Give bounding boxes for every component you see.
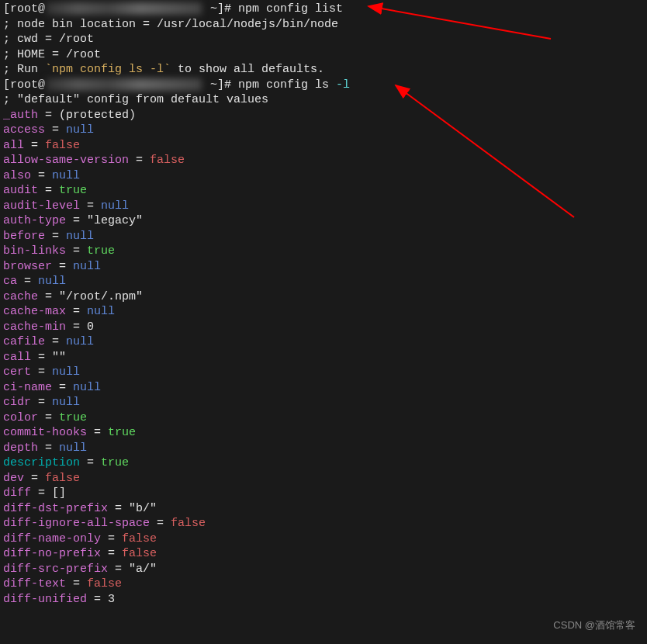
terminal-line-nodebin: ; node bin location = /usr/local/nodejs/… — [0, 17, 647, 33]
config-cache: cache = "/root/.npm" — [0, 289, 647, 305]
config-commit-hooks: commit-hooks = true — [0, 425, 647, 441]
config-cidr: cidr = null — [0, 395, 647, 410]
config-diff: diff = [] — [0, 486, 647, 501]
config-access: access = null — [0, 123, 647, 138]
config-auth-type: auth-type = "legacy" — [0, 213, 647, 229]
config-dev: dev = false — [0, 471, 647, 486]
config-audit-level: audit-level = null — [0, 199, 647, 214]
config-browser: browser = null — [0, 259, 647, 275]
config-ci-name: ci-name = null — [0, 380, 647, 396]
terminal-line-home: ; HOME = /root — [0, 47, 647, 63]
config-diff-name-only: diff-name-only = false — [0, 531, 647, 547]
config-also: also = null — [0, 168, 647, 184]
config-bin-links: bin-links = true — [0, 244, 647, 259]
config-diff-src-prefix: diff-src-prefix = "a/" — [0, 562, 647, 577]
config-call: call = "" — [0, 350, 647, 365]
config-depth: depth = null — [0, 441, 647, 456]
config-all: all = false — [0, 138, 647, 154]
config-diff-dst-prefix: diff-dst-prefix = "b/" — [0, 501, 647, 517]
config-cache-min: cache-min = 0 — [0, 320, 647, 335]
config-cert: cert = null — [0, 365, 647, 380]
config-diff-text: diff-text = false — [0, 576, 647, 592]
terminal-line-cwd: ; cwd = /root — [0, 32, 647, 47]
config-diff-no-prefix: diff-no-prefix = false — [0, 546, 647, 562]
config-audit: audit = true — [0, 183, 647, 199]
config-auth: _auth = (protected) — [0, 108, 647, 123]
config-description: description = true — [0, 455, 647, 471]
terminal-line-comment: ; "default" config from default values — [0, 92, 647, 108]
config-color: color = true — [0, 410, 647, 426]
config-allow-same-version: allow-same-version = false — [0, 153, 647, 168]
redacted-hostname — [47, 2, 202, 15]
redacted-hostname — [47, 78, 202, 91]
config-diff-unified: diff-unified = 3 — [0, 592, 647, 608]
terminal-line-run: ; Run `npm config ls -l` to show all def… — [0, 62, 647, 78]
config-before: before = null — [0, 229, 647, 244]
terminal-line-prompt2: [root@ ~]# npm config ls -l — [0, 78, 647, 93]
config-cafile: cafile = null — [0, 334, 647, 350]
watermark: CSDN @酒馆常客 — [553, 619, 635, 632]
config-ca: ca = null — [0, 274, 647, 289]
config-cache-max: cache-max = null — [0, 304, 647, 320]
terminal-line-prompt1: [root@ ~]# npm config list — [0, 2, 647, 17]
config-diff-ignore-all-space: diff-ignore-all-space = false — [0, 516, 647, 531]
